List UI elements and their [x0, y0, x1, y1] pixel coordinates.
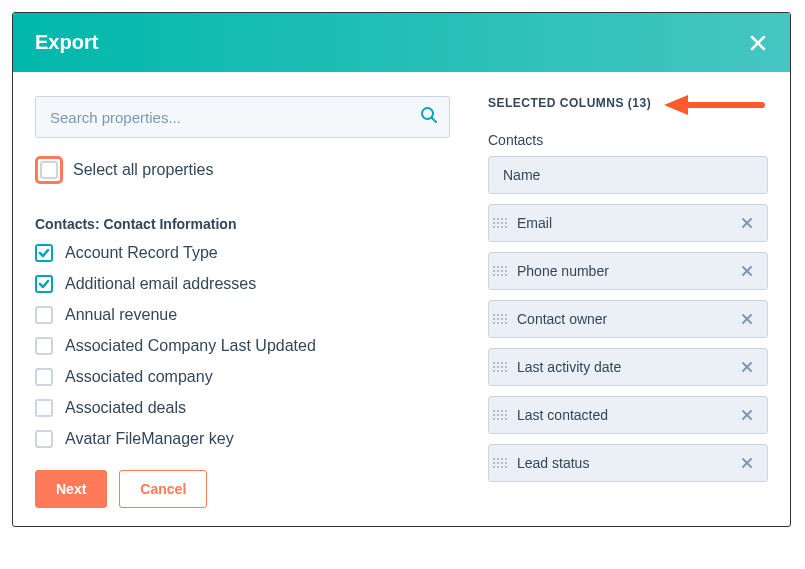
property-label: Account Record Type: [65, 244, 218, 262]
modal-title: Export: [35, 31, 98, 54]
property-label: Associated Company Last Updated: [65, 337, 316, 355]
selected-column-item[interactable]: Email: [488, 204, 768, 242]
close-icon: [741, 361, 753, 373]
selected-column-label: Last contacted: [517, 407, 737, 423]
property-checkbox[interactable]: [35, 275, 53, 293]
property-label: Avatar FileManager key: [65, 430, 234, 448]
remove-column-button[interactable]: [737, 261, 757, 281]
remove-column-button[interactable]: [737, 213, 757, 233]
property-item: Associated company: [35, 368, 450, 386]
annotation-highlight-box: [35, 156, 63, 184]
property-label: Associated company: [65, 368, 213, 386]
close-icon: [741, 265, 753, 277]
selected-columns-title-text: SELECTED COLUMNS: [488, 96, 624, 110]
search-input[interactable]: [35, 96, 450, 138]
annotation-arrow-icon: [658, 92, 768, 118]
next-button[interactable]: Next: [35, 470, 107, 508]
close-icon: [741, 313, 753, 325]
property-list: Account Record TypeAdditional email addr…: [35, 244, 450, 448]
selected-column-label: Name: [503, 167, 757, 183]
drag-handle-icon[interactable]: [493, 218, 507, 228]
drag-handle-icon[interactable]: [493, 362, 507, 372]
selected-column-item[interactable]: Last contacted: [488, 396, 768, 434]
remove-column-button[interactable]: [737, 453, 757, 473]
select-all-label: Select all properties: [73, 161, 214, 179]
drag-handle-icon[interactable]: [493, 314, 507, 324]
selected-column-label: Contact owner: [517, 311, 737, 327]
left-pane: Select all properties Contacts: Contact …: [35, 96, 478, 508]
selected-column-label: Last activity date: [517, 359, 737, 375]
selected-column-item[interactable]: Lead status: [488, 444, 768, 482]
close-icon: [741, 217, 753, 229]
cancel-button[interactable]: Cancel: [119, 470, 207, 508]
property-label: Associated deals: [65, 399, 186, 417]
property-checkbox[interactable]: [35, 399, 53, 417]
selected-column-item[interactable]: Last activity date: [488, 348, 768, 386]
property-item: Annual revenue: [35, 306, 450, 324]
svg-marker-5: [664, 95, 688, 115]
property-item: Account Record Type: [35, 244, 450, 262]
property-checkbox[interactable]: [35, 244, 53, 262]
property-checkbox[interactable]: [35, 430, 53, 448]
selected-columns-header: SELECTED COLUMNS (13): [488, 96, 768, 110]
selected-column-item[interactable]: Name: [488, 156, 768, 194]
modal-body: Select all properties Contacts: Contact …: [13, 72, 790, 526]
selected-column-item[interactable]: Phone number: [488, 252, 768, 290]
close-icon: [748, 33, 768, 53]
select-all-checkbox[interactable]: [40, 161, 58, 179]
right-pane: SELECTED COLUMNS (13) Contacts NameEmail…: [478, 96, 768, 508]
remove-column-button[interactable]: [737, 405, 757, 425]
property-checkbox[interactable]: [35, 368, 53, 386]
property-item: Associated Company Last Updated: [35, 337, 450, 355]
svg-line-3: [432, 118, 436, 122]
selected-column-label: Phone number: [517, 263, 737, 279]
property-label: Annual revenue: [65, 306, 177, 324]
property-item: Associated deals: [35, 399, 450, 417]
select-all-row: Select all properties: [35, 156, 450, 184]
remove-column-button[interactable]: [737, 309, 757, 329]
search-wrap: [35, 96, 450, 138]
selected-column-label: Lead status: [517, 455, 737, 471]
footer-buttons: Next Cancel: [35, 470, 450, 508]
selected-column-item[interactable]: Contact owner: [488, 300, 768, 338]
selected-columns-count: 13: [632, 96, 646, 110]
remove-column-button[interactable]: [737, 357, 757, 377]
close-button[interactable]: [748, 33, 768, 53]
close-icon: [741, 409, 753, 421]
property-group-title: Contacts: Contact Information: [35, 216, 450, 232]
search-icon: [420, 106, 438, 128]
selected-column-label: Email: [517, 215, 737, 231]
drag-handle-icon[interactable]: [493, 266, 507, 276]
property-label: Additional email addresses: [65, 275, 256, 293]
selected-columns-group-label: Contacts: [488, 132, 768, 148]
close-icon: [741, 457, 753, 469]
selected-columns-title: SELECTED COLUMNS (13): [488, 96, 651, 110]
modal-header: Export: [13, 13, 790, 72]
export-modal: Export S: [12, 12, 791, 527]
property-item: Avatar FileManager key: [35, 430, 450, 448]
selected-columns-list: NameEmailPhone numberContact ownerLast a…: [488, 156, 768, 482]
property-checkbox[interactable]: [35, 337, 53, 355]
drag-handle-icon[interactable]: [493, 458, 507, 468]
drag-handle-icon[interactable]: [493, 410, 507, 420]
property-checkbox[interactable]: [35, 306, 53, 324]
property-item: Additional email addresses: [35, 275, 450, 293]
